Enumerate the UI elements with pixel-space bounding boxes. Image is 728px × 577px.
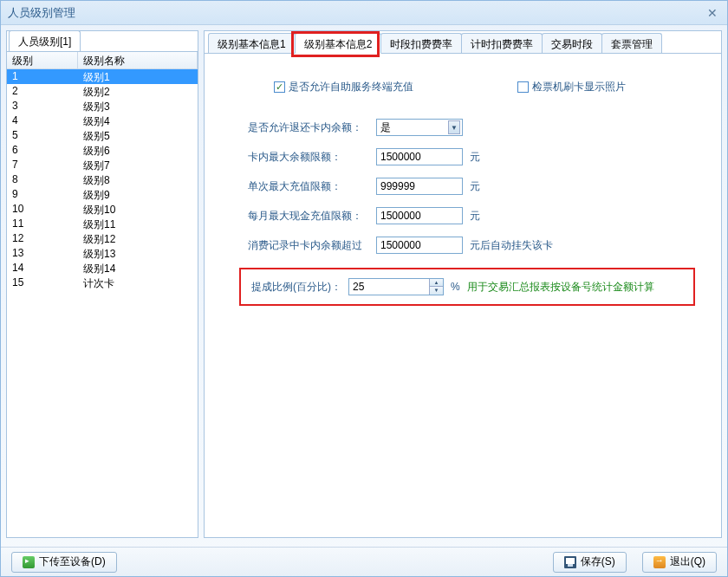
- cell-level: 12: [7, 231, 78, 246]
- list-row[interactable]: 15计次卡: [7, 276, 198, 290]
- checkbox-icon: [274, 81, 285, 93]
- list-header: 级别 级别名称: [7, 52, 198, 69]
- label-max-balance: 卡内最大余额限额：: [248, 150, 369, 165]
- list-row[interactable]: 6级别6: [7, 143, 198, 158]
- cell-level: 2: [7, 84, 78, 99]
- col-header-level: 级别: [7, 52, 78, 68]
- cell-name: 级别4: [78, 113, 198, 128]
- tab-5[interactable]: 套票管理: [601, 33, 662, 53]
- tab-3[interactable]: 计时扣费费率: [461, 33, 543, 53]
- label-consume-exceed: 消费记录中卡内余额超过: [248, 238, 369, 253]
- cb-show-photo[interactable]: 检票机刷卡显示照片: [517, 80, 626, 94]
- tabs: 级别基本信息1级别基本信息2时段扣费费率计时扣费费率交易时段套票管理: [205, 31, 721, 54]
- cell-name: 计次卡: [78, 276, 198, 290]
- upload-button-label: 下传至设备(D): [39, 554, 106, 569]
- exit-button[interactable]: 退出(Q): [642, 552, 717, 573]
- list-row[interactable]: 1级别1: [7, 69, 198, 84]
- list-row[interactable]: 14级别14: [7, 261, 198, 276]
- cell-level: 9: [7, 187, 78, 202]
- cell-level: 13: [7, 246, 78, 261]
- cell-name: 级别8: [78, 172, 198, 187]
- list-row[interactable]: 2级别2: [7, 84, 198, 99]
- row-max-balance: 卡内最大余额限额： 元: [248, 148, 704, 165]
- list-row[interactable]: 10级别10: [7, 202, 198, 217]
- cell-level: 10: [7, 202, 78, 217]
- cell-name: 级别7: [78, 158, 198, 172]
- label-monthly-cash: 每月最大现金充值限额：: [248, 209, 369, 224]
- list-row[interactable]: 11级别11: [7, 217, 198, 231]
- row-consume-exceed: 消费记录中卡内余额超过 元后自动挂失该卡: [248, 237, 704, 254]
- left-tab-bar: 人员级别[1]: [7, 31, 198, 52]
- cell-name: 级别6: [78, 143, 198, 158]
- exit-button-label: 退出(Q): [670, 554, 705, 569]
- col-header-name: 级别名称: [78, 52, 198, 68]
- input-monthly-cash[interactable]: [376, 207, 463, 224]
- unit-yuan: 元: [470, 179, 480, 194]
- cell-name: 级别11: [78, 217, 198, 231]
- content: 人员级别[1] 级别 级别名称 1级别12级别23级别34级别45级别56级别6…: [1, 25, 727, 543]
- cell-name: 级别13: [78, 246, 198, 261]
- save-button[interactable]: 保存(S): [553, 552, 627, 573]
- cell-level: 4: [7, 113, 78, 128]
- cell-level: 15: [7, 276, 78, 290]
- spinner-buttons: ▲ ▼: [429, 279, 443, 295]
- close-icon[interactable]: ✕: [705, 5, 720, 21]
- right-panel: 级别基本信息1级别基本信息2时段扣费费率计时扣费费率交易时段套票管理 是否允许自…: [204, 30, 722, 538]
- unit-yuan: 元: [470, 150, 480, 165]
- percent-sign: %: [451, 281, 460, 293]
- list-body: 1级别12级别23级别34级别45级别56级别67级别78级别89级别910级别…: [7, 69, 198, 537]
- checkbox-row: 是否允许自助服务终端充值 检票机刷卡显示照片: [274, 80, 704, 94]
- list-row[interactable]: 13级别13: [7, 246, 198, 261]
- tab-1[interactable]: 级别基本信息2: [295, 33, 382, 54]
- cell-level: 8: [7, 172, 78, 187]
- cell-name: 级别5: [78, 128, 198, 143]
- cell-name: 级别3: [78, 99, 198, 113]
- cell-level: 1: [7, 69, 78, 84]
- cell-level: 5: [7, 128, 78, 143]
- spin-down-icon[interactable]: ▼: [429, 287, 443, 295]
- commission-note: 用于交易汇总报表按设备号统计金额计算: [467, 280, 654, 295]
- left-tab[interactable]: 人员级别[1]: [9, 30, 81, 51]
- row-refund: 是否允许退还卡内余额： 是 ▼: [248, 119, 704, 136]
- chevron-down-icon: ▼: [448, 120, 460, 134]
- input-single-recharge[interactable]: [376, 178, 463, 195]
- select-refund-value: 是: [380, 120, 391, 135]
- form-area: 是否允许自助服务终端充值 检票机刷卡显示照片 是否允许退还卡内余额： 是 ▼: [205, 54, 721, 323]
- list-row[interactable]: 4级别4: [7, 113, 198, 128]
- checkbox-icon: [517, 81, 529, 93]
- cell-name: 级别9: [78, 187, 198, 202]
- select-refund[interactable]: 是 ▼: [376, 119, 463, 136]
- cell-level: 11: [7, 217, 78, 231]
- list-row[interactable]: 3级别3: [7, 99, 198, 113]
- cell-name: 级别12: [78, 231, 198, 246]
- window-title: 人员级别管理: [8, 5, 705, 21]
- cb-show-photo-label: 检票机刷卡显示照片: [532, 80, 626, 94]
- input-commission[interactable]: [349, 281, 429, 293]
- save-icon: [564, 556, 576, 568]
- list-row[interactable]: 8级别8: [7, 172, 198, 187]
- list-row[interactable]: 7级别7: [7, 158, 198, 172]
- label-refund: 是否允许退还卡内余额：: [248, 120, 369, 135]
- list-row[interactable]: 9级别9: [7, 187, 198, 202]
- cb-self-service[interactable]: 是否允许自助服务终端充值: [274, 80, 413, 94]
- list-row[interactable]: 12级别12: [7, 231, 198, 246]
- list-row[interactable]: 5级别5: [7, 128, 198, 143]
- exit-icon: [653, 556, 666, 568]
- suffix-consume-exceed: 元后自动挂失该卡: [470, 238, 553, 253]
- spin-up-icon[interactable]: ▲: [429, 279, 443, 287]
- tab-2[interactable]: 时段扣费费率: [380, 33, 462, 53]
- unit-yuan: 元: [470, 209, 480, 224]
- tab-4[interactable]: 交易时段: [542, 33, 602, 53]
- cell-level: 7: [7, 158, 78, 172]
- input-max-balance[interactable]: [376, 148, 463, 165]
- save-button-label: 保存(S): [581, 554, 615, 569]
- left-panel: 人员级别[1] 级别 级别名称 1级别12级别23级别34级别45级别56级别6…: [6, 30, 198, 538]
- spinner-commission[interactable]: ▲ ▼: [348, 278, 444, 295]
- highlight-box-commission: 提成比例(百分比)： ▲ ▼ % 用于交易汇总报表按设备号统计金额计算: [239, 268, 695, 306]
- cell-name: 级别10: [78, 202, 198, 217]
- tab-0[interactable]: 级别基本信息1: [208, 33, 296, 53]
- bottom-bar: 下传至设备(D) 保存(S) 退出(Q): [1, 547, 727, 576]
- cell-level: 6: [7, 143, 78, 158]
- upload-button[interactable]: 下传至设备(D): [11, 552, 117, 573]
- input-consume-exceed[interactable]: [376, 237, 463, 254]
